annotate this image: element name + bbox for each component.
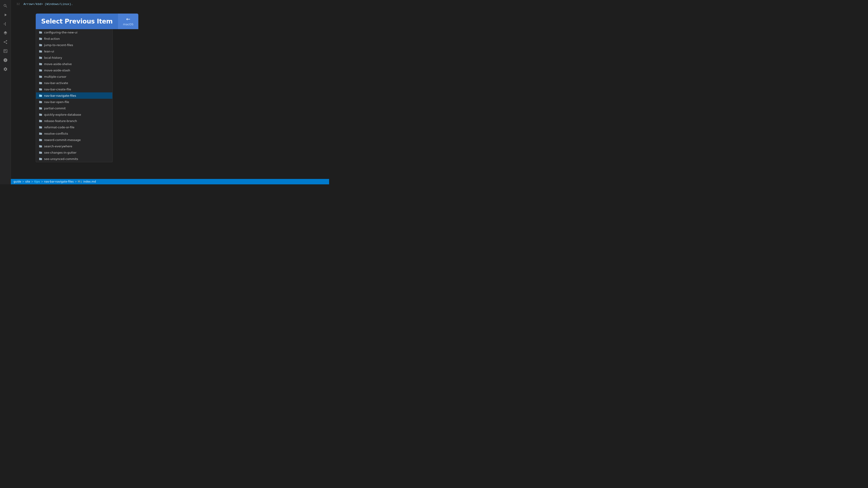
list-item-label: configuring-the-new-ui (44, 31, 78, 34)
sidebar (0, 0, 11, 184)
list-item[interactable]: find-action (36, 35, 112, 42)
terminal-icon[interactable] (1, 47, 9, 55)
list-item-label: find-action (44, 37, 60, 40)
list-item-label: multiple-cursor (44, 75, 66, 78)
breadcrumb-guide: guide (13, 180, 21, 183)
folder-icon (39, 125, 42, 129)
list-item[interactable]: partial-commit (36, 105, 112, 111)
macos-button[interactable]: ← macOS (118, 13, 138, 29)
breadcrumb-tips: tips (34, 180, 40, 183)
folder-icon (39, 119, 42, 123)
folder-icon (39, 151, 42, 154)
list-item[interactable]: rebase-feature-branch (36, 118, 112, 124)
folder-icon (39, 132, 42, 135)
main-content: 32 Arrow</kbd> (Windows/Linux). Select P… (11, 0, 329, 184)
folder-icon (39, 62, 42, 66)
list-item-label: reword-commit-message (44, 138, 81, 142)
breadcrumb-sep-3: > (41, 180, 43, 183)
list-item[interactable]: see-unsynced-commits (36, 156, 112, 162)
layers-icon[interactable] (1, 29, 9, 37)
popup-header: Select Previous Item ← macOS (36, 13, 138, 29)
breadcrumb-sep-2: > (31, 180, 33, 183)
search-icon[interactable] (1, 2, 9, 10)
breadcrumb-nav: nav-bar-navigate-files (44, 180, 74, 183)
code-content: Arrow</kbd> (Windows/Linux). (24, 2, 73, 7)
run-icon[interactable] (1, 11, 9, 19)
list-item[interactable]: multiple-cursor (36, 73, 112, 80)
folder-icon (39, 94, 42, 97)
folder-icon (39, 106, 42, 110)
share-icon[interactable] (1, 38, 9, 46)
list-item-label: lean-ui (44, 50, 54, 53)
list-item[interactable]: resolve-conflicts (36, 130, 112, 137)
breadcrumb-modified: M↓ (78, 180, 82, 183)
list-item[interactable]: reword-commit-message (36, 137, 112, 143)
list-item[interactable]: nav-bar-navigate-files (36, 92, 112, 99)
breadcrumb-sep-1: > (22, 180, 24, 183)
line-number: 32 (14, 2, 20, 7)
breadcrumb: guide > site > tips > nav-bar-navigate-f… (13, 180, 96, 183)
list-item-label: see-unsynced-commits (44, 157, 78, 161)
breadcrumb-file: index.md (83, 180, 96, 183)
list-item[interactable]: local-history (36, 55, 112, 61)
folder-icon (39, 37, 42, 40)
folder-icon (39, 31, 42, 34)
list-item-label: search-everywhere (44, 144, 72, 148)
breadcrumb-site: site (25, 180, 30, 183)
settings-icon[interactable] (1, 65, 9, 73)
list-item-label: nav-bar-open-file (44, 100, 69, 104)
list-item[interactable]: nav-bar-create-file (36, 86, 112, 92)
editor-area: 32 Arrow</kbd> (Windows/Linux). Select P… (11, 0, 329, 179)
folder-icon (39, 56, 42, 59)
git-icon[interactable] (1, 20, 9, 28)
list-item[interactable]: reformat-code-or-file (36, 124, 112, 130)
list-item-label: nav-bar-navigate-files (44, 94, 76, 97)
file-list[interactable]: configuring-the-new-ui find-action jump-… (36, 29, 113, 162)
list-item[interactable]: see-changes-in-gutter (36, 149, 112, 156)
folder-icon (39, 113, 42, 116)
folder-icon (39, 50, 42, 53)
list-item-label: move-aside-shelve (44, 62, 72, 66)
svg-point-2 (4, 24, 4, 24)
list-item[interactable]: nav-bar-activate (36, 80, 112, 86)
list-item[interactable]: lean-ui (36, 48, 112, 55)
status-bar: guide > site > tips > nav-bar-navigate-f… (11, 179, 329, 184)
list-item[interactable]: search-everywhere (36, 143, 112, 149)
breadcrumb-sep-4: > (74, 180, 77, 183)
list-item[interactable]: move-aside-stash (36, 67, 112, 73)
folder-icon (39, 138, 42, 142)
list-item-label: partial-commit (44, 107, 66, 110)
list-item-label: move-aside-stash (44, 69, 70, 72)
folder-icon (39, 43, 42, 47)
folder-icon (39, 81, 42, 85)
list-item-label: rebase-feature-branch (44, 119, 77, 123)
info-icon[interactable] (1, 56, 9, 64)
list-item-label: quickly-explore-database (44, 113, 81, 116)
list-item-label: nav-bar-create-file (44, 88, 71, 91)
popup-area: Select Previous Item ← macOS configuring… (36, 13, 138, 162)
folder-icon (39, 68, 42, 72)
folder-icon (39, 144, 42, 148)
left-arrow-icon: ← (126, 17, 130, 22)
list-item-label: resolve-conflicts (44, 132, 68, 135)
list-item[interactable]: quickly-explore-database (36, 111, 112, 118)
svg-point-0 (5, 22, 6, 23)
code-line-32: 32 Arrow</kbd> (Windows/Linux). (14, 2, 326, 7)
list-item-label: reformat-code-or-file (44, 126, 74, 129)
list-item[interactable]: nav-bar-open-file (36, 99, 112, 105)
list-item-label: local-history (44, 56, 62, 59)
list-item[interactable]: jump-to-recent-files (36, 42, 112, 48)
list-item-label: jump-to-recent-files (44, 43, 73, 47)
folder-icon (39, 88, 42, 91)
list-item[interactable]: move-aside-shelve (36, 61, 112, 67)
folder-icon (39, 100, 42, 104)
popup-title: Select Previous Item (36, 13, 118, 29)
list-item-label: see-changes-in-gutter (44, 151, 76, 154)
list-item[interactable]: configuring-the-new-ui (36, 29, 112, 35)
folder-icon (39, 75, 42, 78)
os-label: macOS (123, 23, 133, 26)
svg-point-1 (5, 25, 6, 26)
folder-icon (39, 157, 42, 161)
list-item-label: nav-bar-activate (44, 81, 68, 85)
